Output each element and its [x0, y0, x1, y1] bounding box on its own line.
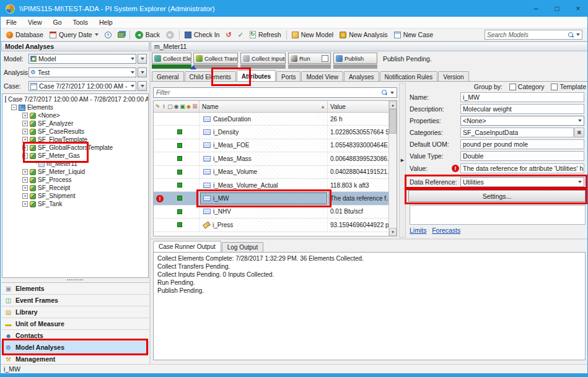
value-field[interactable]: The data reference for attribute 'Utilit… [460, 163, 584, 173]
database-button[interactable]: Database [3, 29, 46, 41]
properties-combobox[interactable]: <None> [460, 116, 584, 126]
query-date-button[interactable]: Query Date [46, 29, 102, 41]
column-header-value[interactable]: Value⚙ [328, 101, 397, 112]
tree-item-none[interactable]: +<None> [2, 111, 148, 119]
tab-log-output[interactable]: Log Output [222, 242, 263, 252]
table-scrollbar[interactable]: ▲ ▼ [388, 101, 397, 236]
data-reference-combobox[interactable]: Utilities [460, 177, 584, 187]
nav-unit-of-measure[interactable]: ▬Unit of Measure [1, 318, 149, 330]
minimize-button[interactable]: – [525, 1, 546, 17]
nav-elements[interactable]: ▣Elements [1, 283, 149, 295]
tree-item-sf-tank[interactable]: +SF_Tank [2, 200, 148, 208]
expand-icon[interactable]: + [22, 177, 28, 183]
element-state-icon[interactable]: ▣ [180, 103, 185, 110]
tab-ports[interactable]: Ports [276, 71, 301, 82]
default-uom-field[interactable]: pound per pound mole [460, 139, 584, 149]
table-row[interactable]: i_Meas_Mass 0.006488399523086... [154, 152, 397, 165]
new-model-button[interactable]: New Model [289, 29, 337, 41]
apply-button[interactable]: ✓ [235, 29, 247, 41]
group-by-category-checkbox[interactable] [509, 84, 516, 90]
value-type-field[interactable]: Double [460, 151, 584, 161]
expand-icon[interactable]: + [22, 121, 28, 126]
collapse-icon[interactable]: − [11, 105, 17, 110]
tab-model-view[interactable]: Model View [301, 71, 343, 82]
run-checkbox[interactable] [322, 55, 328, 62]
new-case-button[interactable]: New Case [391, 29, 436, 41]
nav-library[interactable]: ▤Library [1, 306, 149, 318]
chevron-down-icon[interactable] [390, 92, 394, 94]
checkbox-column-icon[interactable]: ▢ [167, 103, 173, 110]
expand-icon[interactable]: + [22, 201, 28, 207]
maximize-button[interactable]: □ [546, 1, 568, 17]
tree-item-sf-receipt[interactable]: +SF_Receipt [2, 184, 148, 192]
tree-item-sf-analyzer[interactable]: +SF_Analyzer [2, 119, 148, 128]
forecasts-link[interactable]: Forecasts [432, 227, 460, 234]
expand-icon[interactable]: + [22, 129, 28, 134]
model-combobox[interactable]: Model [29, 54, 136, 64]
categories-browse-button[interactable]: ▣ [574, 128, 584, 137]
exclude-user-icon[interactable]: ☒ [192, 103, 198, 110]
expand-icon[interactable]: + [22, 185, 28, 191]
table-row[interactable]: i_NHV 0.01 Btu/scf [154, 206, 397, 219]
panel-divider[interactable] [149, 41, 151, 364]
filter-input[interactable] [156, 89, 382, 96]
tree-item-case[interactable]: Case 7/27/2017 12:00:00 AM - 7/28/2017 2… [2, 95, 148, 103]
collect-elements-button[interactable]: Collect Elements [152, 53, 191, 64]
tree-item-sf-flowtemplate[interactable]: +SF_FlowTemplate [2, 136, 148, 144]
scroll-up-icon[interactable]: ▲ [389, 101, 397, 109]
tab-notification-rules[interactable]: Notification Rules [380, 71, 438, 82]
menu-tools[interactable]: Tools [68, 17, 94, 28]
table-row[interactable]: i_Density 1.02280530557664 SG [154, 126, 397, 139]
run-button[interactable]: Run [288, 53, 331, 64]
search-models-input[interactable] [487, 32, 568, 38]
expand-icon[interactable]: + [22, 193, 28, 199]
menu-go[interactable]: Go [48, 17, 68, 28]
model-drop-button[interactable] [138, 54, 147, 64]
scrollbar-thumb[interactable] [389, 109, 397, 134]
menu-help[interactable]: Help [94, 17, 118, 28]
analysis-combobox[interactable]: ⚙Test [29, 67, 136, 77]
pencil-icon[interactable]: ✎ [155, 103, 160, 110]
tab-child-elements[interactable]: Child Elements [185, 71, 236, 82]
tab-case-runner-output[interactable]: Case Runner Output [153, 241, 221, 252]
description-field[interactable]: Molecular weight [460, 104, 584, 114]
exclamation-icon[interactable]: ! [161, 103, 167, 110]
zoom-column-icon[interactable]: ◉ [173, 103, 179, 110]
collect-inputs-button[interactable]: Collect Inputs [240, 53, 286, 64]
splitter-handle[interactable]: •••••••• [2, 278, 149, 281]
tree-item-sf-process[interactable]: +SF_Process [2, 176, 148, 184]
name-field[interactable]: i_MW [460, 92, 584, 102]
refresh-button[interactable]: Refresh [247, 29, 284, 41]
analysis-drop-button[interactable] [138, 67, 147, 77]
group-by-template-checkbox[interactable] [551, 84, 558, 90]
tree-item-sf-meter-gas[interactable]: −SF_Meter_Gas [2, 152, 148, 160]
table-row[interactable]: i_Meas_Volume_Actual 118.803 k aft3 [154, 179, 397, 192]
details-splitter[interactable]: ▶ [399, 83, 406, 238]
tree-item-sf-globalfactorstemplate[interactable]: +SF_GlobalFactorsTemplate [2, 144, 148, 152]
table-row[interactable]: CaseDuration 26 h [154, 113, 397, 126]
table-row[interactable]: i_Press 93.1594696044922 psi [154, 219, 397, 232]
menu-file[interactable]: File [1, 17, 22, 28]
menu-view[interactable]: View [22, 17, 48, 28]
nav-model-analyses[interactable]: ⚙Model Analyses [1, 342, 149, 353]
nav-event-frames[interactable]: ◫Event Frames [1, 295, 149, 306]
limits-link[interactable]: Limits [410, 227, 426, 234]
search-models-box[interactable] [485, 30, 582, 40]
filter-box[interactable] [153, 87, 397, 98]
check-in-button[interactable]: Check In [182, 29, 222, 41]
tab-analyses[interactable]: Analyses [344, 71, 379, 82]
column-header-name[interactable]: Name▲ [200, 101, 328, 112]
forward-button[interactable]: ► [163, 29, 177, 41]
output-splitter[interactable] [151, 238, 588, 240]
table-row[interactable]: i_Meas_FOE 1.05548393000464E... [154, 139, 397, 152]
tree-item-sf-caseresults[interactable]: +SF_CaseResults [2, 128, 148, 136]
table-row-selected-i-mw[interactable]: ! i_MW The data reference f... [154, 192, 397, 205]
collect-transfers-button[interactable]: Collect Transfers [193, 53, 238, 64]
undo-button[interactable]: ↺ [222, 29, 234, 41]
expand-icon[interactable]: + [22, 137, 28, 142]
tab-attributes[interactable]: Attributes [237, 70, 276, 82]
new-analysis-button[interactable]: New Analysis [336, 29, 390, 41]
settings-button[interactable]: Settings... [408, 190, 586, 202]
tree-item-m-meter11[interactable]: m_Meter11 [2, 160, 148, 168]
expand-icon[interactable]: + [22, 145, 28, 150]
